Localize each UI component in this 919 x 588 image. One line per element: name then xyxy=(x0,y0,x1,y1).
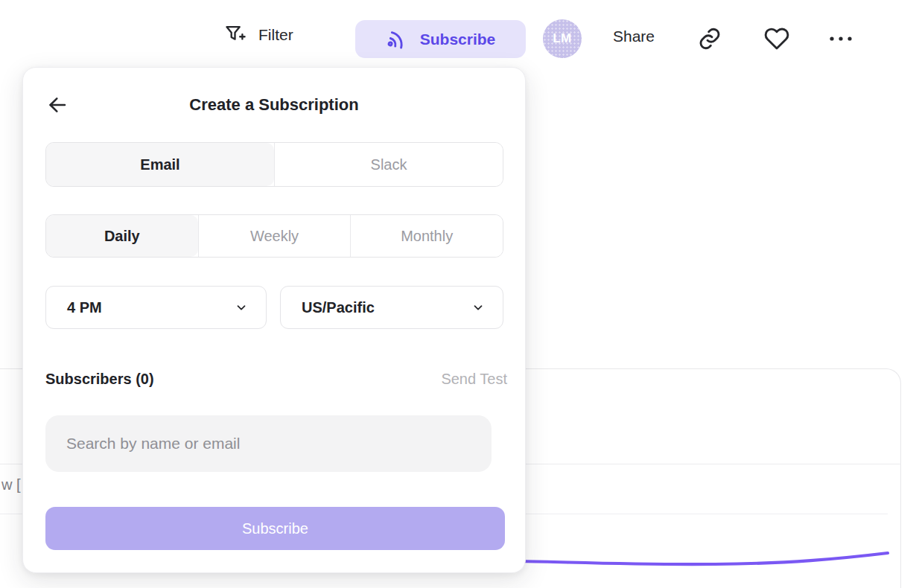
avatar-initials: LM xyxy=(553,31,572,46)
ellipsis-icon xyxy=(827,30,855,48)
subscribe-submit-button[interactable]: Subscribe xyxy=(45,507,505,550)
chevron-down-icon xyxy=(471,301,485,314)
filter-plus-icon xyxy=(223,22,247,47)
timezone-select-value: US/Pacific xyxy=(302,299,471,316)
background-partial-text: w [ xyxy=(1,476,21,493)
tab-email[interactable]: Email xyxy=(46,143,274,186)
subscribe-toolbar-button[interactable]: Subscribe xyxy=(355,20,526,58)
modal-title: Create a Subscription xyxy=(23,95,525,115)
subscriber-search-input[interactable] xyxy=(45,415,492,472)
time-select[interactable]: 4 PM xyxy=(45,286,267,329)
timezone-select[interactable]: US/Pacific xyxy=(280,286,503,329)
favorite-button[interactable] xyxy=(763,25,790,52)
time-select-value: 4 PM xyxy=(67,299,235,316)
channel-tab-group: Email Slack xyxy=(45,142,503,187)
more-options-button[interactable] xyxy=(827,30,855,48)
filter-button[interactable]: Filter xyxy=(223,22,293,47)
chevron-down-icon xyxy=(235,301,248,314)
link-icon xyxy=(696,25,723,52)
rss-icon xyxy=(384,25,410,52)
share-button[interactable]: Share xyxy=(613,28,655,45)
subscribers-row: Subscribers (0) Send Test xyxy=(45,368,507,390)
copy-link-button[interactable] xyxy=(696,25,723,52)
tab-daily[interactable]: Daily xyxy=(46,215,198,257)
tab-weekly[interactable]: Weekly xyxy=(198,215,351,257)
frequency-tab-group: Daily Weekly Monthly xyxy=(45,214,503,258)
user-avatar[interactable]: LM xyxy=(543,19,582,58)
tab-monthly[interactable]: Monthly xyxy=(350,215,503,257)
send-test-button[interactable]: Send Test xyxy=(441,371,507,388)
subscribers-count-label: Subscribers (0) xyxy=(45,371,441,388)
heart-icon xyxy=(763,25,790,52)
modal-header: Create a Subscription xyxy=(23,93,525,118)
create-subscription-modal: Create a Subscription Email Slack Daily … xyxy=(22,67,526,573)
tab-slack[interactable]: Slack xyxy=(274,143,503,186)
filter-label: Filter xyxy=(258,26,293,44)
background-chart-line xyxy=(521,540,894,581)
subscribe-label: Subscribe xyxy=(420,31,496,48)
